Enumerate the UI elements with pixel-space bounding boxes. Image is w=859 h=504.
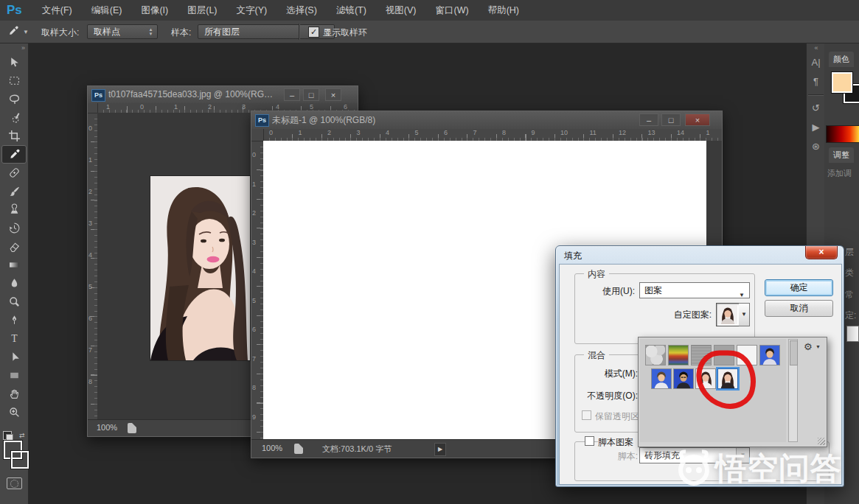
opacity-label: 不透明度(O): [560,390,638,402]
picker-menu-gear-icon[interactable]: ⚙ [804,341,813,352]
adjustments-panel-tab[interactable]: 调整 [829,147,854,163]
pattern-man-photo-pattern[interactable] [673,368,694,389]
ruler-number: 8 [88,378,92,385]
quick-selection-tool[interactable] [1,108,27,127]
toolbar-collapse-icon[interactable]: » [0,43,28,53]
show-sampling-ring-checkbox[interactable]: ✓ [308,27,319,38]
type-tool[interactable]: T [1,329,27,348]
window-title-bar[interactable]: Ps 未标题-1 @ 100%(RGB/8) – □ × [251,111,722,130]
menu-文字(Y)[interactable]: 文字(Y) [227,0,277,21]
pen-tool[interactable] [1,311,27,329]
close-button[interactable]: × [325,88,341,101]
dodge-tool[interactable] [1,293,27,311]
pattern-boy-photo-pattern[interactable] [759,345,780,365]
document-info-icon[interactable] [128,423,136,433]
status-options-arrow[interactable]: ▶ [434,443,446,456]
ruler-number: 9 [532,129,535,136]
menu-编辑(E)[interactable]: 编辑(E) [82,0,132,21]
menu-视图(V)[interactable]: 视图(V) [376,0,426,21]
dialog-close-button[interactable]: × [805,246,838,259]
ruler-number: 6 [344,103,347,111]
ruler-number: 4 [252,267,256,275]
zoom-level[interactable]: 100% [262,444,282,452]
background-color-swatch[interactable] [11,451,29,469]
ruler-number: 5 [415,129,419,136]
menu-窗口(W)[interactable]: 窗口(W) [426,0,479,21]
shape-tool[interactable] [1,366,27,385]
show-sampling-ring-label: 显示取样环 [323,27,367,39]
menu-滤镜(T)[interactable]: 滤镜(T) [327,0,376,21]
menu-文件(F)[interactable]: 文件(F) [32,0,82,21]
rail-collapse-icon[interactable]: « [807,43,825,53]
quick-mask-icon[interactable] [7,477,22,489]
custom-pattern-thumb[interactable] [716,303,740,326]
ruler-number: 8 [502,129,506,136]
move-tool[interactable] [1,53,27,71]
menu-帮助(H)[interactable]: 帮助(H) [479,0,529,21]
ruler-number: 11 [590,129,597,136]
preserve-transparency-checkbox[interactable] [582,410,591,420]
pattern-woman-photo-pattern-selected[interactable] [717,368,738,389]
window-title-bar[interactable]: Ps t0107faa45715dea033.jpg @ 100%(RGB/8.… [88,86,358,104]
tool-preset-caret-icon[interactable]: ▼ [23,29,29,35]
pattern-clouds-pattern[interactable] [645,345,666,365]
history-brush-tool[interactable] [1,219,27,237]
minimize-button[interactable]: – [284,88,300,101]
zoom-level[interactable]: 100% [97,423,117,432]
layers-lock-partial: 定: [845,309,856,322]
picker-scrollbar[interactable] [788,339,798,442]
pattern-tie-dye-pattern[interactable] [668,345,689,365]
cancel-button[interactable]: 取消 [765,300,833,317]
swap-colors-icon[interactable]: ⇄ [19,432,25,439]
path-selection-tool[interactable] [1,348,27,366]
navigator-panel-icon[interactable]: ⊛ [807,137,825,156]
close-button[interactable]: × [685,113,710,126]
ruler-number: 3 [242,103,246,111]
crop-tool[interactable] [1,127,27,145]
pattern-woman-photo-pattern[interactable] [695,368,716,389]
menu-图层(L)[interactable]: 图层(L) [178,0,226,21]
maximize-button[interactable]: □ [303,88,319,101]
pattern-noise-pattern[interactable] [691,345,712,365]
healing-brush-tool[interactable] [1,164,27,182]
custom-pattern-caret[interactable]: ▼ [739,303,750,326]
blur-tool[interactable] [1,274,27,293]
marquee-tool[interactable] [1,71,27,90]
script-label: 脚本: [560,450,638,463]
pattern-white-pattern[interactable] [737,345,757,365]
eyedropper-tool[interactable] [1,145,27,164]
actions-panel-icon[interactable]: ▶ [807,118,825,137]
ok-button[interactable]: 确定 [765,279,833,296]
maximize-button[interactable]: □ [661,113,681,126]
sample-size-dropdown[interactable]: 取样点 ▲▼ [87,24,158,39]
ps-file-badge: Ps [91,89,105,102]
hand-tool[interactable] [1,385,27,403]
layers-kind-partial: 类 [845,267,854,279]
zoom-tool[interactable] [1,403,27,421]
document-info-icon[interactable] [294,444,303,454]
color-panel-tab[interactable]: 颜色 [829,52,854,67]
history-panel-icon[interactable]: ↺ [807,99,825,118]
ruler-number: 9 [252,413,256,421]
minimize-button[interactable]: – [639,113,658,126]
pattern-gray-pattern[interactable] [714,345,734,365]
menu-图像(I)[interactable]: 图像(I) [131,0,178,21]
character-panel-icon[interactable]: A| [807,53,825,72]
paragraph-panel-icon[interactable]: ¶ [807,72,825,91]
clone-stamp-tool[interactable] [1,200,27,219]
menu-选择(S)[interactable]: 选择(S) [277,0,327,21]
pattern-toddler-photo-pattern[interactable] [651,368,672,389]
background-v-ruler: 012345678 [88,113,98,420]
lasso-tool[interactable] [1,90,27,108]
color-ramp[interactable] [826,125,859,143]
eraser-tool[interactable] [1,237,27,256]
panel-foreground-swatch[interactable] [832,72,852,93]
scripted-patterns-checkbox[interactable] [585,436,594,446]
use-dropdown[interactable]: 图案 ▼ [639,282,750,298]
eyedropper-tool-icon[interactable] [7,25,19,40]
brush-tool[interactable] [1,182,27,200]
ruler-number: 14 [677,129,684,136]
gradient-tool[interactable] [1,256,27,274]
ruler-number: 1 [252,181,256,188]
default-colors-icon[interactable] [3,431,12,440]
